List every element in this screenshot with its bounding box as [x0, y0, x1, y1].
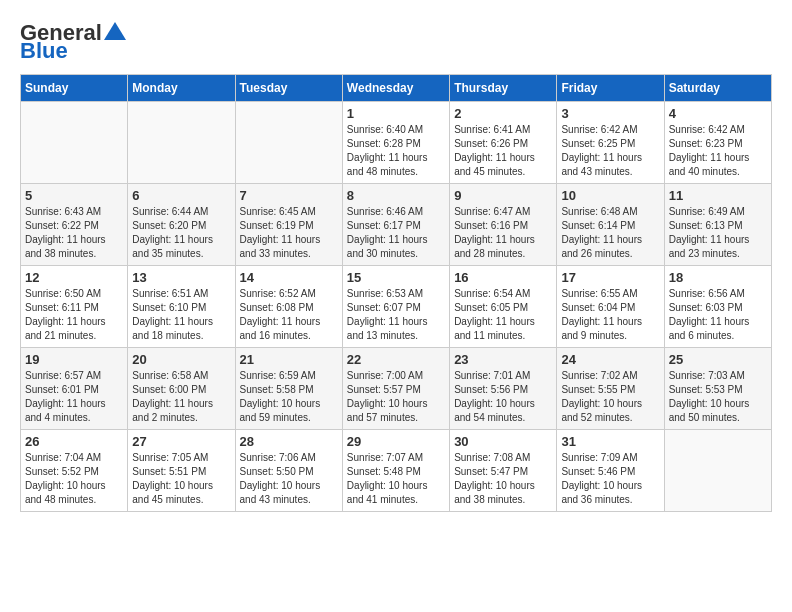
- calendar-cell: 22Sunrise: 7:00 AMSunset: 5:57 PMDayligh…: [342, 348, 449, 430]
- calendar-week-2: 5Sunrise: 6:43 AMSunset: 6:22 PMDaylight…: [21, 184, 772, 266]
- calendar-cell: 6Sunrise: 6:44 AMSunset: 6:20 PMDaylight…: [128, 184, 235, 266]
- day-info: Sunrise: 6:52 AMSunset: 6:08 PMDaylight:…: [240, 287, 338, 343]
- calendar-cell: 9Sunrise: 6:47 AMSunset: 6:16 PMDaylight…: [450, 184, 557, 266]
- day-number: 4: [669, 106, 767, 121]
- day-info: Sunrise: 6:43 AMSunset: 6:22 PMDaylight:…: [25, 205, 123, 261]
- day-info: Sunrise: 7:07 AMSunset: 5:48 PMDaylight:…: [347, 451, 445, 507]
- day-number: 2: [454, 106, 552, 121]
- day-info: Sunrise: 6:42 AMSunset: 6:23 PMDaylight:…: [669, 123, 767, 179]
- calendar-cell: 23Sunrise: 7:01 AMSunset: 5:56 PMDayligh…: [450, 348, 557, 430]
- day-info: Sunrise: 6:46 AMSunset: 6:17 PMDaylight:…: [347, 205, 445, 261]
- day-info: Sunrise: 7:04 AMSunset: 5:52 PMDaylight:…: [25, 451, 123, 507]
- calendar-cell: 16Sunrise: 6:54 AMSunset: 6:05 PMDayligh…: [450, 266, 557, 348]
- calendar-cell: 4Sunrise: 6:42 AMSunset: 6:23 PMDaylight…: [664, 102, 771, 184]
- day-number: 3: [561, 106, 659, 121]
- calendar-table: SundayMondayTuesdayWednesdayThursdayFrid…: [20, 74, 772, 512]
- day-info: Sunrise: 7:05 AMSunset: 5:51 PMDaylight:…: [132, 451, 230, 507]
- day-number: 13: [132, 270, 230, 285]
- day-number: 9: [454, 188, 552, 203]
- day-info: Sunrise: 7:00 AMSunset: 5:57 PMDaylight:…: [347, 369, 445, 425]
- calendar-cell: 8Sunrise: 6:46 AMSunset: 6:17 PMDaylight…: [342, 184, 449, 266]
- day-number: 20: [132, 352, 230, 367]
- calendar-cell: 15Sunrise: 6:53 AMSunset: 6:07 PMDayligh…: [342, 266, 449, 348]
- day-number: 6: [132, 188, 230, 203]
- day-info: Sunrise: 7:08 AMSunset: 5:47 PMDaylight:…: [454, 451, 552, 507]
- page-header: General Blue: [20, 20, 772, 64]
- day-info: Sunrise: 6:58 AMSunset: 6:00 PMDaylight:…: [132, 369, 230, 425]
- day-info: Sunrise: 6:49 AMSunset: 6:13 PMDaylight:…: [669, 205, 767, 261]
- logo-blue: Blue: [20, 38, 68, 64]
- day-number: 23: [454, 352, 552, 367]
- day-number: 25: [669, 352, 767, 367]
- day-info: Sunrise: 6:48 AMSunset: 6:14 PMDaylight:…: [561, 205, 659, 261]
- day-number: 28: [240, 434, 338, 449]
- day-info: Sunrise: 7:01 AMSunset: 5:56 PMDaylight:…: [454, 369, 552, 425]
- calendar-cell: 3Sunrise: 6:42 AMSunset: 6:25 PMDaylight…: [557, 102, 664, 184]
- day-info: Sunrise: 6:44 AMSunset: 6:20 PMDaylight:…: [132, 205, 230, 261]
- day-number: 30: [454, 434, 552, 449]
- calendar-cell: 25Sunrise: 7:03 AMSunset: 5:53 PMDayligh…: [664, 348, 771, 430]
- calendar-cell: 14Sunrise: 6:52 AMSunset: 6:08 PMDayligh…: [235, 266, 342, 348]
- calendar-week-1: 1Sunrise: 6:40 AMSunset: 6:28 PMDaylight…: [21, 102, 772, 184]
- weekday-header-thursday: Thursday: [450, 75, 557, 102]
- day-number: 21: [240, 352, 338, 367]
- day-number: 18: [669, 270, 767, 285]
- calendar-cell: 17Sunrise: 6:55 AMSunset: 6:04 PMDayligh…: [557, 266, 664, 348]
- calendar-cell: [235, 102, 342, 184]
- calendar-cell: [21, 102, 128, 184]
- day-number: 7: [240, 188, 338, 203]
- weekday-header-friday: Friday: [557, 75, 664, 102]
- day-info: Sunrise: 6:45 AMSunset: 6:19 PMDaylight:…: [240, 205, 338, 261]
- day-number: 15: [347, 270, 445, 285]
- day-info: Sunrise: 6:47 AMSunset: 6:16 PMDaylight:…: [454, 205, 552, 261]
- calendar-cell: 18Sunrise: 6:56 AMSunset: 6:03 PMDayligh…: [664, 266, 771, 348]
- calendar-week-3: 12Sunrise: 6:50 AMSunset: 6:11 PMDayligh…: [21, 266, 772, 348]
- calendar-cell: 2Sunrise: 6:41 AMSunset: 6:26 PMDaylight…: [450, 102, 557, 184]
- day-number: 12: [25, 270, 123, 285]
- calendar-cell: 31Sunrise: 7:09 AMSunset: 5:46 PMDayligh…: [557, 430, 664, 512]
- day-number: 8: [347, 188, 445, 203]
- calendar-cell: 28Sunrise: 7:06 AMSunset: 5:50 PMDayligh…: [235, 430, 342, 512]
- day-info: Sunrise: 6:41 AMSunset: 6:26 PMDaylight:…: [454, 123, 552, 179]
- day-number: 14: [240, 270, 338, 285]
- day-number: 10: [561, 188, 659, 203]
- calendar-week-4: 19Sunrise: 6:57 AMSunset: 6:01 PMDayligh…: [21, 348, 772, 430]
- day-info: Sunrise: 7:09 AMSunset: 5:46 PMDaylight:…: [561, 451, 659, 507]
- day-info: Sunrise: 7:02 AMSunset: 5:55 PMDaylight:…: [561, 369, 659, 425]
- weekday-header-saturday: Saturday: [664, 75, 771, 102]
- day-number: 1: [347, 106, 445, 121]
- calendar-cell: [664, 430, 771, 512]
- calendar-cell: 24Sunrise: 7:02 AMSunset: 5:55 PMDayligh…: [557, 348, 664, 430]
- weekday-header-sunday: Sunday: [21, 75, 128, 102]
- day-number: 17: [561, 270, 659, 285]
- weekday-header-monday: Monday: [128, 75, 235, 102]
- svg-marker-0: [104, 22, 126, 40]
- day-info: Sunrise: 6:57 AMSunset: 6:01 PMDaylight:…: [25, 369, 123, 425]
- calendar-cell: 12Sunrise: 6:50 AMSunset: 6:11 PMDayligh…: [21, 266, 128, 348]
- calendar-cell: 10Sunrise: 6:48 AMSunset: 6:14 PMDayligh…: [557, 184, 664, 266]
- day-info: Sunrise: 6:55 AMSunset: 6:04 PMDaylight:…: [561, 287, 659, 343]
- day-number: 27: [132, 434, 230, 449]
- weekday-header-tuesday: Tuesday: [235, 75, 342, 102]
- day-number: 26: [25, 434, 123, 449]
- calendar-cell: 19Sunrise: 6:57 AMSunset: 6:01 PMDayligh…: [21, 348, 128, 430]
- day-info: Sunrise: 6:40 AMSunset: 6:28 PMDaylight:…: [347, 123, 445, 179]
- day-number: 11: [669, 188, 767, 203]
- day-number: 29: [347, 434, 445, 449]
- logo-icon: [104, 22, 126, 40]
- calendar-cell: 27Sunrise: 7:05 AMSunset: 5:51 PMDayligh…: [128, 430, 235, 512]
- calendar-cell: 13Sunrise: 6:51 AMSunset: 6:10 PMDayligh…: [128, 266, 235, 348]
- day-number: 19: [25, 352, 123, 367]
- logo: General Blue: [20, 20, 126, 64]
- day-info: Sunrise: 7:03 AMSunset: 5:53 PMDaylight:…: [669, 369, 767, 425]
- day-info: Sunrise: 6:54 AMSunset: 6:05 PMDaylight:…: [454, 287, 552, 343]
- calendar-cell: 5Sunrise: 6:43 AMSunset: 6:22 PMDaylight…: [21, 184, 128, 266]
- day-info: Sunrise: 6:59 AMSunset: 5:58 PMDaylight:…: [240, 369, 338, 425]
- day-number: 24: [561, 352, 659, 367]
- calendar-cell: 21Sunrise: 6:59 AMSunset: 5:58 PMDayligh…: [235, 348, 342, 430]
- day-number: 5: [25, 188, 123, 203]
- calendar-cell: [128, 102, 235, 184]
- calendar-cell: 11Sunrise: 6:49 AMSunset: 6:13 PMDayligh…: [664, 184, 771, 266]
- calendar-cell: 29Sunrise: 7:07 AMSunset: 5:48 PMDayligh…: [342, 430, 449, 512]
- day-number: 16: [454, 270, 552, 285]
